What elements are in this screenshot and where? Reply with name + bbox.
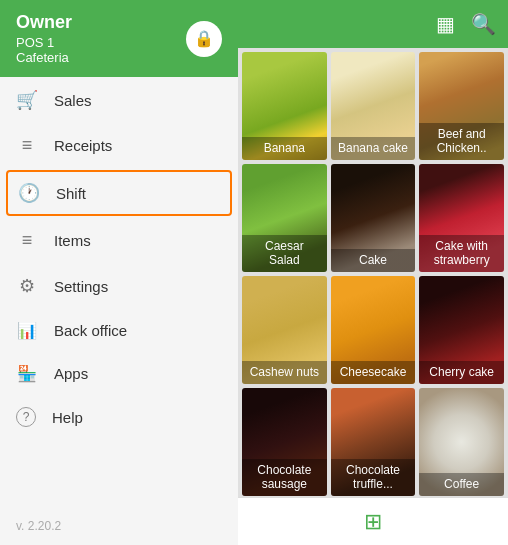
grid-item-label-coffee: Coffee: [419, 473, 504, 496]
grid-item-label-cheesecake: Cheesecake: [331, 361, 416, 384]
sidebar-item-help[interactable]: ? Help: [0, 395, 238, 439]
sidebar-item-shift[interactable]: 🕐 Shift: [6, 170, 232, 216]
lock-button[interactable]: 🔒: [186, 21, 222, 57]
sidebar-item-help-label: Help: [52, 409, 83, 426]
grid-item-caesar-salad[interactable]: Caesar Salad: [242, 164, 327, 272]
grid-item-choc-truffle[interactable]: Chocolate truffle...: [331, 388, 416, 496]
grid-item-label-caesar-salad: Caesar Salad: [242, 235, 327, 272]
sidebar-item-items[interactable]: ≡ Items: [0, 218, 238, 263]
sidebar-item-items-label: Items: [54, 232, 91, 249]
grid-item-cherry-cake[interactable]: Cherry cake: [419, 276, 504, 384]
settings-icon: ⚙: [16, 275, 38, 297]
grid-item-label-beef: Beef and Chicken..: [419, 123, 504, 160]
grid-item-cake-strawberry[interactable]: Cake with strawberry: [419, 164, 504, 272]
grid-item-label-cake-strawberry: Cake with strawberry: [419, 235, 504, 272]
sidebar-item-receipts[interactable]: ≡ Receipts: [0, 123, 238, 168]
product-grid: BananaBanana cakeBeef and Chicken..Caesa…: [238, 48, 508, 497]
owner-name: Owner: [16, 12, 72, 33]
sidebar-item-settings[interactable]: ⚙ Settings: [0, 263, 238, 309]
sidebar: Owner POS 1 Cafeteria 🔒 🛒 Sales ≡ Receip…: [0, 0, 238, 545]
grid-item-label-banana-cake: Banana cake: [331, 137, 416, 160]
receipts-icon: ≡: [16, 135, 38, 156]
lock-icon: 🔒: [194, 29, 214, 48]
version-label: v. 2.20.2: [0, 507, 238, 545]
grid-item-cashew[interactable]: Cashew nuts: [242, 276, 327, 384]
sidebar-item-back-office-label: Back office: [54, 322, 127, 339]
sales-icon: 🛒: [16, 89, 38, 111]
grid-item-label-cherry-cake: Cherry cake: [419, 361, 504, 384]
shift-icon: 🕐: [18, 182, 40, 204]
help-icon: ?: [16, 407, 36, 427]
grid-view-icon[interactable]: ⊞: [364, 509, 382, 535]
back-office-icon: 📊: [16, 321, 38, 340]
sidebar-item-sales-label: Sales: [54, 92, 92, 109]
sidebar-item-shift-label: Shift: [56, 185, 86, 202]
sidebar-header-text: Owner POS 1 Cafeteria: [16, 12, 72, 65]
grid-item-cheesecake[interactable]: Cheesecake: [331, 276, 416, 384]
main-content: ▦ 🔍 BananaBanana cakeBeef and Chicken..C…: [238, 0, 508, 545]
grid-item-beef[interactable]: Beef and Chicken..: [419, 52, 504, 160]
barcode-icon[interactable]: ▦: [436, 12, 455, 36]
grid-item-label-choc-truffle: Chocolate truffle...: [331, 459, 416, 496]
sidebar-item-receipts-label: Receipts: [54, 137, 112, 154]
sidebar-item-apps[interactable]: 🏪 Apps: [0, 352, 238, 395]
grid-item-label-banana: Banana: [242, 137, 327, 160]
grid-item-label-choc-sausage: Chocolate sausage: [242, 459, 327, 496]
pos-name: POS 1: [16, 35, 72, 50]
sidebar-item-apps-label: Apps: [54, 365, 88, 382]
main-header: ▦ 🔍: [238, 0, 508, 48]
grid-item-coffee[interactable]: Coffee: [419, 388, 504, 496]
grid-item-label-cashew: Cashew nuts: [242, 361, 327, 384]
grid-item-banana-cake[interactable]: Banana cake: [331, 52, 416, 160]
sidebar-item-settings-label: Settings: [54, 278, 108, 295]
cafe-name: Cafeteria: [16, 50, 72, 65]
search-icon[interactable]: 🔍: [471, 12, 496, 36]
grid-item-cake[interactable]: Cake: [331, 164, 416, 272]
sidebar-item-back-office[interactable]: 📊 Back office: [0, 309, 238, 352]
sidebar-item-sales[interactable]: 🛒 Sales: [0, 77, 238, 123]
bottom-nav: ⊞: [238, 497, 508, 545]
grid-item-label-cake: Cake: [331, 249, 416, 272]
grid-item-banana[interactable]: Banana: [242, 52, 327, 160]
apps-icon: 🏪: [16, 364, 38, 383]
sidebar-header: Owner POS 1 Cafeteria 🔒: [0, 0, 238, 77]
grid-item-choc-sausage[interactable]: Chocolate sausage: [242, 388, 327, 496]
items-icon: ≡: [16, 230, 38, 251]
